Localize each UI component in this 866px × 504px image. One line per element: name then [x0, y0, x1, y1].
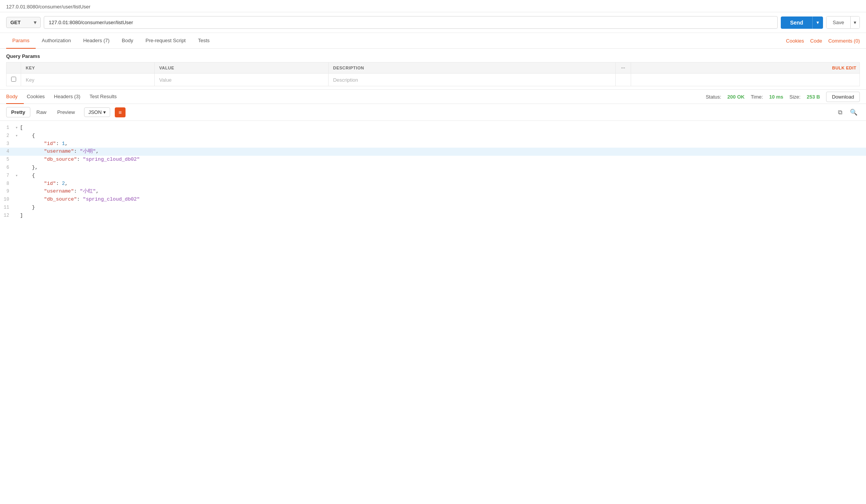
- method-chevron-icon: ▾: [34, 20, 36, 25]
- comments-link[interactable]: Comments (0): [828, 38, 860, 44]
- response-meta: Status: 200 OK Time: 10 ms Size: 253 B D…: [706, 92, 860, 102]
- url-input[interactable]: [44, 16, 778, 29]
- tab-body[interactable]: Body: [116, 33, 139, 49]
- request-tabs-right: Cookies Code Comments (0): [786, 38, 860, 44]
- value-header: VALUE: [154, 63, 328, 74]
- tab-tests[interactable]: Tests: [192, 33, 216, 49]
- action-header: ···: [616, 63, 631, 74]
- pretty-button[interactable]: Pretty: [6, 107, 30, 117]
- response-tab-body[interactable]: Body: [6, 90, 24, 104]
- status-value: 200 OK: [727, 94, 745, 100]
- description-cell[interactable]: Description: [328, 74, 615, 86]
- search-button[interactable]: 🔍: [848, 107, 860, 117]
- params-table: KEY VALUE DESCRIPTION ··· Bulk Edit Key …: [6, 62, 860, 86]
- tab-authorization[interactable]: Authorization: [36, 33, 77, 49]
- format-label: JSON: [88, 109, 102, 115]
- table-row: Key Value Description: [7, 74, 860, 86]
- toolbar-right: ⧉ 🔍: [836, 107, 860, 117]
- cookies-link[interactable]: Cookies: [786, 38, 804, 44]
- format-chevron-icon: ▾: [103, 109, 106, 115]
- time-value: 10 ms: [769, 94, 783, 100]
- method-label: GET: [10, 20, 21, 25]
- send-dropdown-button[interactable]: ▾: [812, 16, 823, 29]
- send-btn-group: Send ▾: [781, 16, 823, 29]
- status-label: Status:: [706, 94, 721, 100]
- copy-button[interactable]: ⧉: [836, 107, 845, 117]
- key-header: KEY: [21, 63, 155, 74]
- tab-params[interactable]: Params: [6, 33, 36, 49]
- description-header: DESCRIPTION: [328, 63, 615, 74]
- method-select[interactable]: GET ▾: [6, 17, 41, 28]
- page-title: 127.0.01:8080/consumer/user/listUser: [0, 0, 866, 12]
- code-line-5: 5 "db_source": "spring_cloud_db02": [0, 156, 866, 164]
- format-select[interactable]: JSON ▾: [84, 107, 110, 117]
- save-button[interactable]: Save: [826, 16, 850, 28]
- url-bar: GET ▾ Send ▾ Save ▾: [0, 12, 866, 33]
- code-line-2: 2 ▾ {: [0, 132, 866, 140]
- response-tab-test-results[interactable]: Test Results: [89, 90, 123, 104]
- preview-button[interactable]: Preview: [53, 107, 79, 117]
- response-section: Body Cookies Headers (3) Test Results St…: [0, 89, 866, 223]
- code-link[interactable]: Code: [810, 38, 822, 44]
- save-dropdown-button[interactable]: ▾: [850, 16, 859, 28]
- key-cell[interactable]: Key: [21, 74, 155, 86]
- code-line-12: 12 ]: [0, 212, 866, 220]
- code-line-9: 9 "username": "小红",: [0, 188, 866, 196]
- code-line-7: 7 ▾ {: [0, 172, 866, 180]
- code-line-6: 6 },: [0, 164, 866, 172]
- send-button[interactable]: Send: [781, 16, 812, 29]
- wrap-button[interactable]: ≡: [115, 107, 126, 117]
- raw-button[interactable]: Raw: [32, 107, 51, 117]
- code-line-1: 1 ▾ [: [0, 124, 866, 132]
- wrap-icon: ≡: [119, 109, 122, 115]
- row-checkbox[interactable]: [11, 77, 16, 82]
- response-toolbar: Pretty Raw Preview JSON ▾ ≡ ⧉ 🔍: [0, 104, 866, 121]
- time-label: Time:: [751, 94, 763, 100]
- code-line-11: 11 }: [0, 204, 866, 212]
- code-line-4: 4 "username": "小明",: [0, 148, 866, 156]
- code-line-3: 3 "id": 1,: [0, 140, 866, 148]
- download-button[interactable]: Download: [826, 92, 860, 102]
- size-label: Size:: [790, 94, 801, 100]
- save-btn-group: Save ▾: [826, 16, 860, 29]
- response-tab-headers[interactable]: Headers (3): [54, 90, 87, 104]
- value-cell[interactable]: Value: [154, 74, 328, 86]
- response-tab-cookies[interactable]: Cookies: [27, 90, 51, 104]
- tab-prerequest[interactable]: Pre-request Script: [139, 33, 192, 49]
- bulk-edit-button[interactable]: Bulk Edit: [631, 63, 860, 74]
- response-tabs-bar: Body Cookies Headers (3) Test Results St…: [0, 90, 866, 104]
- tab-headers[interactable]: Headers (7): [77, 33, 116, 49]
- code-line-8: 8 "id": 2,: [0, 180, 866, 188]
- code-editor: 1 ▾ [ 2 ▾ { 3 "id": 1, 4 "username": "小明…: [0, 121, 866, 223]
- size-value: 253 B: [807, 94, 820, 100]
- query-params-label: Query Params: [6, 53, 860, 59]
- code-line-10: 10 "db_source": "spring_cloud_db02": [0, 196, 866, 204]
- request-tabs: Params Authorization Headers (7) Body Pr…: [0, 33, 866, 49]
- query-params-section: Query Params KEY VALUE DESCRIPTION ··· B…: [0, 49, 866, 86]
